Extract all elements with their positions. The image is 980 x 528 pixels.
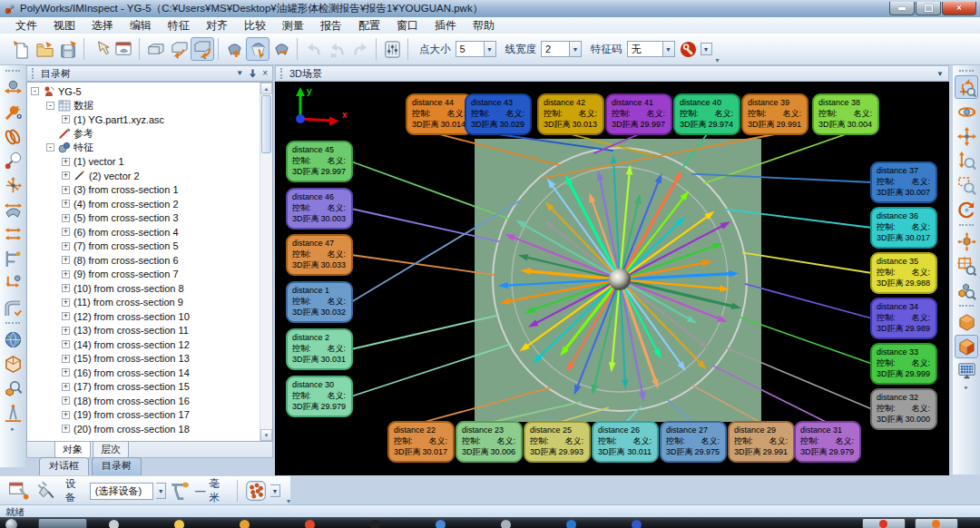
new-document-icon[interactable] [9,37,33,61]
save-project-icon[interactable] [56,37,80,61]
expand-icon[interactable]: + [62,355,70,363]
measurement-label-distance-1[interactable]: distance 1控制:名义:3D距离30.032 [286,281,353,323]
scroll-track[interactable] [260,94,272,429]
tree-item-label[interactable]: (6) from cross-section 4 [74,227,179,238]
taskbar-app-icon[interactable] [632,520,642,528]
collapse-icon[interactable]: - [46,102,54,110]
expand-icon[interactable]: + [62,214,70,222]
tree-item-label[interactable]: (3) from cross-section 1 [74,184,179,195]
tree-item-label[interactable]: YG-5 [58,86,82,97]
tree-row[interactable]: +(14) from cross-section 12 [27,337,260,352]
expand-icon[interactable]: + [62,340,70,348]
minimize-button[interactable] [889,2,915,15]
measurement-label-distance-47[interactable]: distance 47控制:名义:3D距离30.033 [286,234,353,276]
measurement-label-distance-30[interactable]: distance 30控制:名义:3D距离29.979 [286,376,353,417]
tree-row[interactable]: +(8) from cross-section 6 [27,253,260,268]
menu-item-8[interactable]: 测量 [274,18,312,34]
menu-item-4[interactable]: 编辑 [122,18,160,34]
taskbar-app-icon[interactable] [240,520,250,528]
expand-icon[interactable]: + [62,411,70,419]
toolbar-grip[interactable] [5,70,20,72]
measurement-label-distance-36[interactable]: distance 36控制:名义:3D距离30.017 [870,207,937,249]
scroll-thumb[interactable] [261,95,271,153]
device-dropdown-button[interactable]: ▼ [156,483,166,499]
compass-icon[interactable] [1,401,24,425]
tree-row[interactable]: +(4) from cross-section 2 [27,197,260,211]
measurement-label-distance-2[interactable]: distance 2控制:名义:3D距离30.031 [286,328,353,370]
align-icon[interactable] [1,75,24,99]
tree-row[interactable]: +(15) from cross-section 13 [27,352,260,367]
tree-item-label[interactable]: (8) from cross-section 6 [74,255,179,266]
scene-canvas[interactable]: yx distance 44控制:名义:3D距离30.014distance 4… [275,82,949,475]
undo-all-icon[interactable] [325,37,348,61]
expand-icon[interactable]: + [62,284,70,292]
bounding-box-icon[interactable] [1,352,24,376]
tree-item-label[interactable]: (9) from cross-section 7 [74,269,179,279]
tab-dialog[interactable]: 对话框 [39,457,89,475]
tree-row[interactable]: +(17) from cross-section 15 [27,380,260,395]
workspace-merge-icon[interactable] [191,37,214,61]
menu-item-1[interactable]: 文件 [7,18,45,34]
tree-item-label[interactable]: (20) from cross-section 18 [74,424,190,435]
panel-pin-icon[interactable] [249,69,257,78]
expand-icon[interactable]: + [62,242,70,250]
scroll-up-icon[interactable]: ▲ [260,83,272,94]
measurement-label-distance-41[interactable]: distance 41控制:名义:3D距离29.997 [605,93,672,135]
measurement-label-distance-39[interactable]: distance 39控制:名义:3D距离29.991 [741,93,808,135]
tab-tree[interactable]: 目录树 [92,457,142,475]
tree-item-label[interactable]: (10) from cross-section 8 [74,283,184,294]
menu-item-6[interactable]: 对齐 [198,18,236,34]
expand-icon[interactable]: + [62,270,70,279]
probe-config-icon[interactable] [7,479,31,503]
tree-row[interactable]: +(1) YG.part1.xyz.asc [27,112,260,127]
tree-row[interactable]: +(20) from cross-section 18 [27,422,260,436]
expand-icon[interactable]: + [62,171,70,180]
line-width-dropdown-button[interactable]: ▼ [570,41,582,57]
tree-row[interactable]: +(7) from cross-section 5 [27,240,260,254]
dimension-icon[interactable] [1,271,24,295]
toolbar-expand-icon[interactable]: ▸ [11,425,15,433]
view-cutaway-icon[interactable] [955,335,978,358]
taskbar-app-icon[interactable] [436,520,446,528]
tree-row[interactable]: +(13) from cross-section 11 [27,324,260,338]
measurement-label-distance-37[interactable]: distance 37控制:名义:3D距离30.007 [870,161,937,203]
windows-taskbar[interactable] [0,517,980,528]
tree-row[interactable]: +(5) from cross-section 3 [27,211,260,226]
tree-item-label[interactable]: (1) YG.part1.xyz.asc [74,114,164,125]
tree-row[interactable]: +(18) from cross-section 16 [27,394,260,408]
menu-item-13[interactable]: 帮助 [465,18,503,34]
tools-wrench-icon[interactable] [677,37,701,61]
open-project-icon[interactable] [33,37,56,61]
measurement-label-distance-26[interactable]: distance 26控制:名义:3D距离30.011 [592,421,659,463]
measurement-label-distance-40[interactable]: distance 40控制:名义:3D距离29.974 [673,93,740,135]
tree-item-label[interactable]: (15) from cross-section 13 [74,353,190,364]
tree-item-label[interactable]: (14) from cross-section 12 [74,339,190,350]
toolbar-grip[interactable] [959,70,974,72]
expand-icon[interactable]: + [62,158,70,166]
collapse-icon[interactable]: - [46,143,54,152]
restore-button[interactable] [916,2,941,15]
pipe-icon[interactable] [1,296,24,319]
caliper-unit-icon[interactable] [169,479,192,503]
probe-window-icon[interactable] [112,37,135,61]
feature-code-input[interactable]: 无 [627,41,663,57]
taskbar-app-icon[interactable] [174,520,184,528]
menu-item-5[interactable]: 特征 [160,18,198,34]
panel-grip[interactable] [32,68,36,79]
point-size-dropdown-button[interactable]: ▼ [485,41,496,57]
tree-row[interactable]: +(3) from cross-section 1 [27,183,260,198]
toolbar-expand-icon[interactable]: ▸ [965,384,968,391]
tree-item-label[interactable]: (17) from cross-section 15 [74,381,190,392]
menu-item-2[interactable]: 视图 [45,18,83,34]
collapse-icon[interactable]: - [31,87,39,95]
tree-item-label[interactable]: (16) from cross-section 14 [74,367,190,378]
expand-icon[interactable]: + [62,383,70,391]
tree-row[interactable]: +(12) from cross-section 10 [27,309,260,324]
view-combo-icon[interactable] [955,75,978,99]
expand-icon[interactable]: + [62,256,70,264]
display-parameters-icon[interactable] [380,37,404,61]
tree-item-label[interactable]: (4) from cross-section 2 [74,199,179,210]
measurement-label-distance-32[interactable]: distance 32控制:名义:3D距离30.000 [870,388,937,430]
fullscreen-grid-icon[interactable] [955,359,978,383]
wrench-edit-icon[interactable] [1,100,24,123]
